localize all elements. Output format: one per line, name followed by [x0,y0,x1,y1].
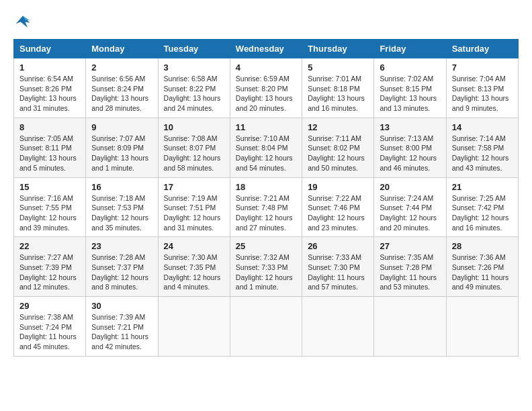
day-number: 30 [91,301,152,311]
day-info: Sunrise: 7:19 AM Sunset: 7:51 PM Dayligh… [164,193,224,233]
day-info: Sunrise: 7:04 AM Sunset: 8:13 PM Dayligh… [452,74,513,113]
day-number: 16 [91,182,152,192]
day-number: 11 [236,122,296,132]
column-header-saturday: Saturday [446,40,518,58]
calendar-cell: 29Sunrise: 7:38 AM Sunset: 7:24 PM Dayli… [14,297,86,357]
calendar-week-5: 29Sunrise: 7:38 AM Sunset: 7:24 PM Dayli… [14,297,519,357]
day-number: 10 [164,122,224,132]
day-info: Sunrise: 7:11 AM Sunset: 8:02 PM Dayligh… [308,134,368,173]
calendar-cell: 10Sunrise: 7:08 AM Sunset: 8:07 PM Dayli… [158,118,230,177]
day-number: 28 [452,241,513,251]
day-info: Sunrise: 6:59 AM Sunset: 8:20 PM Dayligh… [236,74,296,113]
calendar-cell: 28Sunrise: 7:36 AM Sunset: 7:26 PM Dayli… [446,237,518,297]
day-number: 20 [380,182,440,192]
calendar-cell: 24Sunrise: 7:30 AM Sunset: 7:35 PM Dayli… [158,237,230,297]
day-info: Sunrise: 7:16 AM Sunset: 7:55 PM Dayligh… [19,193,80,233]
day-number: 12 [308,122,368,132]
calendar-cell [230,297,302,357]
day-number: 19 [308,182,368,192]
day-number: 24 [164,241,224,251]
column-header-wednesday: Wednesday [230,40,302,58]
calendar-cell: 9Sunrise: 7:07 AM Sunset: 8:09 PM Daylig… [86,118,158,177]
day-number: 29 [19,301,80,311]
calendar-week-1: 1Sunrise: 6:54 AM Sunset: 8:26 PM Daylig… [14,58,519,118]
calendar-cell [446,297,518,357]
column-header-thursday: Thursday [302,40,374,58]
calendar-cell: 12Sunrise: 7:11 AM Sunset: 8:02 PM Dayli… [302,118,374,177]
day-info: Sunrise: 7:13 AM Sunset: 8:00 PM Dayligh… [380,134,440,173]
calendar-cell: 8Sunrise: 7:05 AM Sunset: 8:11 PM Daylig… [14,118,86,177]
day-info: Sunrise: 7:28 AM Sunset: 7:37 PM Dayligh… [91,253,152,292]
logo [13,13,35,32]
day-number: 3 [164,62,224,73]
calendar-cell: 15Sunrise: 7:16 AM Sunset: 7:55 PM Dayli… [14,177,86,237]
day-number: 9 [91,122,152,132]
calendar-cell: 27Sunrise: 7:35 AM Sunset: 7:28 PM Dayli… [374,237,446,297]
day-number: 25 [236,241,296,251]
calendar-cell: 21Sunrise: 7:25 AM Sunset: 7:42 PM Dayli… [446,177,518,237]
calendar-week-2: 8Sunrise: 7:05 AM Sunset: 8:11 PM Daylig… [14,118,519,177]
day-number: 26 [308,241,368,251]
day-number: 22 [19,241,80,251]
day-info: Sunrise: 7:21 AM Sunset: 7:48 PM Dayligh… [236,193,296,233]
calendar-cell: 7Sunrise: 7:04 AM Sunset: 8:13 PM Daylig… [446,58,518,118]
day-info: Sunrise: 7:07 AM Sunset: 8:09 PM Dayligh… [91,134,152,173]
day-number: 27 [380,241,440,251]
calendar-cell: 18Sunrise: 7:21 AM Sunset: 7:48 PM Dayli… [230,177,302,237]
calendar-cell [302,297,374,357]
day-info: Sunrise: 7:01 AM Sunset: 8:18 PM Dayligh… [308,74,368,113]
day-info: Sunrise: 7:02 AM Sunset: 8:15 PM Dayligh… [380,74,440,113]
day-number: 13 [380,122,440,132]
calendar-cell [158,297,230,357]
day-number: 14 [452,122,513,132]
day-info: Sunrise: 7:10 AM Sunset: 8:04 PM Dayligh… [236,134,296,173]
day-number: 5 [308,62,368,73]
calendar-cell: 26Sunrise: 7:33 AM Sunset: 7:30 PM Dayli… [302,237,374,297]
calendar-table: SundayMondayTuesdayWednesdayThursdayFrid… [13,39,519,357]
page-header [13,13,519,32]
calendar-cell: 17Sunrise: 7:19 AM Sunset: 7:51 PM Dayli… [158,177,230,237]
day-info: Sunrise: 7:33 AM Sunset: 7:30 PM Dayligh… [308,253,368,292]
day-number: 8 [19,122,80,132]
day-info: Sunrise: 7:05 AM Sunset: 8:11 PM Dayligh… [19,134,80,173]
day-info: Sunrise: 7:24 AM Sunset: 7:44 PM Dayligh… [380,193,440,233]
calendar-cell: 2Sunrise: 6:56 AM Sunset: 8:24 PM Daylig… [86,58,158,118]
column-header-tuesday: Tuesday [158,40,230,58]
day-number: 18 [236,182,296,192]
day-info: Sunrise: 6:56 AM Sunset: 8:24 PM Dayligh… [91,74,152,113]
calendar-cell: 6Sunrise: 7:02 AM Sunset: 8:15 PM Daylig… [374,58,446,118]
calendar-cell: 22Sunrise: 7:27 AM Sunset: 7:39 PM Dayli… [14,237,86,297]
calendar-cell: 20Sunrise: 7:24 AM Sunset: 7:44 PM Dayli… [374,177,446,237]
day-number: 21 [452,182,513,192]
calendar-cell: 5Sunrise: 7:01 AM Sunset: 8:18 PM Daylig… [302,58,374,118]
column-header-sunday: Sunday [14,40,86,58]
day-info: Sunrise: 7:14 AM Sunset: 7:58 PM Dayligh… [452,134,513,173]
day-info: Sunrise: 7:22 AM Sunset: 7:46 PM Dayligh… [308,193,368,233]
day-info: Sunrise: 7:18 AM Sunset: 7:53 PM Dayligh… [91,193,152,233]
day-info: Sunrise: 7:25 AM Sunset: 7:42 PM Dayligh… [452,193,513,233]
day-number: 1 [19,62,80,73]
day-info: Sunrise: 7:35 AM Sunset: 7:28 PM Dayligh… [380,253,440,292]
day-info: Sunrise: 7:08 AM Sunset: 8:07 PM Dayligh… [164,134,224,173]
day-info: Sunrise: 7:38 AM Sunset: 7:24 PM Dayligh… [19,312,80,352]
day-info: Sunrise: 7:32 AM Sunset: 7:33 PM Dayligh… [236,253,296,292]
column-header-friday: Friday [374,40,446,58]
logo-icon [13,13,32,32]
svg-marker-0 [16,16,30,28]
calendar-cell: 16Sunrise: 7:18 AM Sunset: 7:53 PM Dayli… [86,177,158,237]
calendar-header-row: SundayMondayTuesdayWednesdayThursdayFrid… [14,40,519,58]
day-number: 7 [452,62,513,73]
day-info: Sunrise: 7:27 AM Sunset: 7:39 PM Dayligh… [19,253,80,292]
calendar-cell: 19Sunrise: 7:22 AM Sunset: 7:46 PM Dayli… [302,177,374,237]
calendar-week-3: 15Sunrise: 7:16 AM Sunset: 7:55 PM Dayli… [14,177,519,237]
calendar-cell: 25Sunrise: 7:32 AM Sunset: 7:33 PM Dayli… [230,237,302,297]
calendar-cell: 11Sunrise: 7:10 AM Sunset: 8:04 PM Dayli… [230,118,302,177]
day-info: Sunrise: 6:58 AM Sunset: 8:22 PM Dayligh… [164,74,224,113]
day-number: 23 [91,241,152,251]
calendar-cell: 3Sunrise: 6:58 AM Sunset: 8:22 PM Daylig… [158,58,230,118]
calendar-cell: 14Sunrise: 7:14 AM Sunset: 7:58 PM Dayli… [446,118,518,177]
calendar-body: 1Sunrise: 6:54 AM Sunset: 8:26 PM Daylig… [14,58,519,357]
day-number: 6 [380,62,440,73]
calendar-cell: 23Sunrise: 7:28 AM Sunset: 7:37 PM Dayli… [86,237,158,297]
calendar-cell: 13Sunrise: 7:13 AM Sunset: 8:00 PM Dayli… [374,118,446,177]
